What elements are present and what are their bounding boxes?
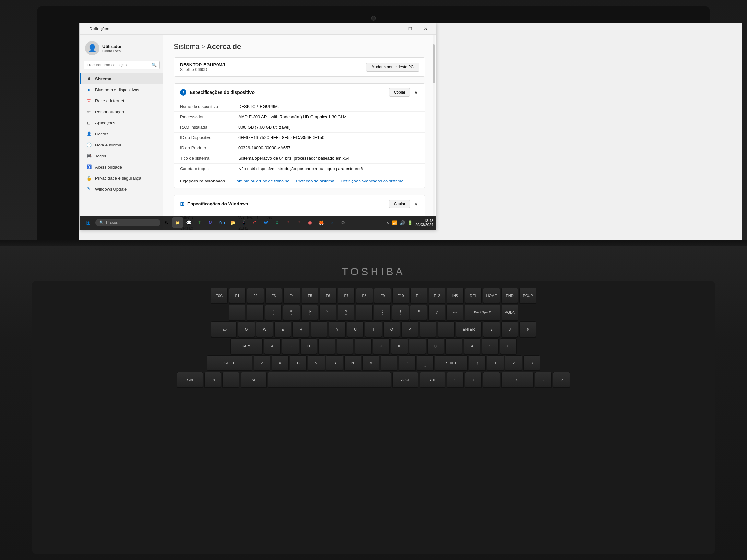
key-pgdn[interactable]: PGDN (501, 304, 518, 320)
key-lctrl[interactable]: Ctrl (177, 372, 203, 388)
key-period[interactable]: .: (399, 355, 416, 371)
taskbar-app-1[interactable]: ↻ (161, 217, 172, 228)
taskbar-app-13[interactable]: P (294, 217, 304, 228)
sidebar-item-acessibilidade[interactable]: ♿ Acessibilidade (80, 161, 163, 172)
key-num-7[interactable]: 7 (483, 321, 500, 337)
taskbar-app-9[interactable]: G (250, 217, 260, 228)
key-num-9[interactable]: 9 (519, 321, 536, 337)
key-l[interactable]: L (409, 338, 426, 354)
taskbar-app-11[interactable]: X (272, 217, 282, 228)
key-6[interactable]: &6 (337, 304, 354, 320)
taskbar-app-14[interactable]: ◉ (305, 217, 315, 228)
copy-windows-specs-button[interactable]: Copiar (389, 199, 410, 208)
scrollbar-thumb[interactable] (433, 45, 435, 83)
key-f6[interactable]: F6 (320, 288, 337, 303)
taskbar-app-3[interactable]: 💬 (183, 217, 194, 228)
rename-button[interactable]: Mudar o nome deste PC (366, 62, 419, 72)
key-r[interactable]: R (292, 321, 309, 337)
key-w[interactable]: W (256, 321, 273, 337)
key-enter-top[interactable]: ENTER (456, 321, 482, 337)
key-f9[interactable]: F9 (374, 288, 391, 303)
key-m[interactable]: M (362, 355, 379, 371)
key-3[interactable]: #3 (283, 304, 300, 320)
backspace-key[interactable]: BAcK SpacE (465, 304, 500, 320)
key-pgup[interactable]: PGUP (519, 288, 536, 303)
key-down-arrow[interactable]: ↓ (465, 372, 482, 388)
key-e[interactable]: E (274, 321, 291, 337)
key-end[interactable]: END (501, 288, 518, 303)
taskbar-app-15[interactable]: 🦊 (316, 217, 326, 228)
taskbar-app-2[interactable]: 📁 (173, 217, 183, 228)
key-comma[interactable]: ,; (381, 355, 397, 371)
key-g[interactable]: G (337, 338, 353, 354)
related-link-advanced[interactable]: Definições avançadas do sistema (341, 179, 404, 183)
key-j[interactable]: J (373, 338, 390, 354)
taskbar-app-17[interactable]: ⚙ (338, 217, 348, 228)
key-win[interactable]: ⊞ (223, 372, 239, 388)
key-d[interactable]: D (300, 338, 317, 354)
key-u[interactable]: U (347, 321, 364, 337)
taskbar-app-5[interactable]: M (206, 217, 216, 228)
key-num-1[interactable]: 1 (487, 355, 504, 371)
key-plus[interactable]: +* (419, 321, 436, 337)
key-acute[interactable]: ´ (438, 321, 455, 337)
key-num-3[interactable]: 3 (523, 355, 540, 371)
key-home[interactable]: HOME (483, 288, 500, 303)
key-8[interactable]: (8 (374, 304, 391, 320)
key-f10[interactable]: F10 (392, 288, 409, 303)
key-right-arrow[interactable]: → (483, 372, 500, 388)
maximize-button[interactable]: ❐ (403, 23, 418, 35)
taskbar-app-4[interactable]: T (195, 217, 205, 228)
back-button[interactable]: ← (82, 26, 87, 31)
key-f12[interactable]: F12 (429, 288, 445, 303)
key-f[interactable]: F (318, 338, 335, 354)
key-guillemets[interactable]: «» (446, 304, 463, 320)
taskbar-app-10[interactable]: W (261, 217, 271, 228)
sidebar-item-sistema[interactable]: 🖥 Sistema (80, 73, 163, 84)
key-o[interactable]: O (383, 321, 400, 337)
key-b[interactable]: B (326, 355, 343, 371)
taskbar-app-6[interactable]: Zm (216, 217, 227, 228)
taskbar-clock[interactable]: 13:48 29/03/2024 (415, 219, 433, 226)
taskbar-app-16[interactable]: e (327, 217, 337, 228)
key-k[interactable]: K (391, 338, 408, 354)
key-num-4[interactable]: 4 (464, 338, 481, 354)
key-t[interactable]: T (311, 321, 328, 337)
key-up-arrow[interactable]: ↑ (469, 355, 486, 371)
sidebar-item-contas[interactable]: 👤 Contas (80, 128, 163, 139)
sidebar-item-rede[interactable]: ▽ Rede e Internet (80, 95, 163, 106)
sidebar-item-update[interactable]: ↻ Windows Update (80, 183, 163, 194)
key-caps[interactable]: CAPS (230, 338, 263, 354)
start-button[interactable]: ⊞ (82, 217, 94, 229)
key-f2[interactable]: F2 (247, 288, 264, 303)
key-f1[interactable]: F1 (229, 288, 246, 303)
key-q[interactable]: Q (238, 321, 255, 337)
related-link-domain[interactable]: Domínio ou grupo de trabalho (233, 179, 289, 183)
key-fn[interactable]: Fn (204, 372, 221, 388)
key-f7[interactable]: F7 (338, 288, 355, 303)
sidebar-item-aplicacoes[interactable]: ⊞ Aplicações (80, 117, 163, 128)
key-f11[interactable]: F11 (410, 288, 427, 303)
key-9[interactable]: )9 (392, 304, 409, 320)
key-esc[interactable]: ESC (211, 288, 228, 303)
collapse-windows-specs-button[interactable]: ∧ (413, 201, 419, 207)
related-link-protection[interactable]: Proteção do sistema (296, 179, 334, 183)
key-minus[interactable]: -_ (417, 355, 434, 371)
key-0[interactable]: =0 (410, 304, 427, 320)
taskbar-app-12[interactable]: P (283, 217, 293, 228)
key-1[interactable]: !1 (247, 304, 264, 320)
key-v[interactable]: V (308, 355, 325, 371)
key-f8[interactable]: F8 (356, 288, 373, 303)
key-f3[interactable]: F3 (265, 288, 282, 303)
key-c[interactable]: C (290, 355, 307, 371)
key-h[interactable]: H (355, 338, 371, 354)
sidebar-item-personalizacao[interactable]: ✏ Personalização (80, 106, 163, 117)
key-rctrl[interactable]: Ctrl (419, 372, 445, 388)
key-ins[interactable]: INS (447, 288, 464, 303)
taskbar-app-8[interactable]: 📱 (239, 217, 249, 228)
key-x[interactable]: X (272, 355, 288, 371)
key-2[interactable]: "2 (265, 304, 282, 320)
key-num-0[interactable]: 0 (501, 372, 534, 388)
key-num-dot[interactable]: . (535, 372, 552, 388)
collapse-device-specs-button[interactable]: ∧ (413, 89, 419, 96)
